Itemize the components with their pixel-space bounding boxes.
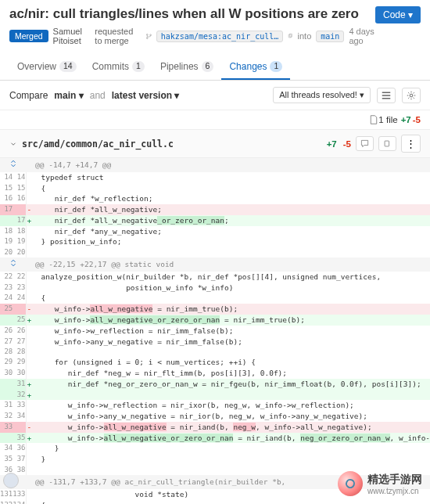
- code-content: w_info->all_w_negative = nir_imm_true(b)…: [32, 304, 430, 315]
- line-num-old: 29: [0, 357, 13, 368]
- diff-line[interactable]: 34 36 }: [0, 443, 430, 454]
- diff-line[interactable]: 20 20: [0, 247, 430, 257]
- diff-sign: +: [26, 379, 32, 390]
- line-num-new: 29: [13, 357, 26, 368]
- code-content: [32, 247, 430, 257]
- diff-line[interactable]: 33 - w_info->all_w_negative = nir_iand(b…: [0, 422, 430, 433]
- diff-line[interactable]: 131 133 void *state): [0, 489, 430, 500]
- copy-path-icon[interactable]: [378, 136, 396, 151]
- total-additions: +7: [401, 115, 411, 124]
- diff-line[interactable]: 30 30 nir_def *neg_w = nir_flt_imm(b, po…: [0, 368, 430, 379]
- compare-label: Compare: [9, 90, 48, 101]
- line-num-new: [13, 422, 26, 433]
- diff-line[interactable]: 19 19 } position_w_info;: [0, 236, 430, 247]
- tab-changes[interactable]: Changes1: [221, 55, 290, 80]
- code-content: nir_def *all_w_negative;: [32, 204, 430, 215]
- svg-point-5: [410, 94, 413, 97]
- diff-line[interactable]: 16 16 nir_def *w_reflection;: [0, 193, 430, 204]
- line-num-old: 17: [0, 204, 13, 215]
- diff-line[interactable]: 25 + w_info->all_w_negative_or_zero_or_n…: [0, 315, 430, 326]
- code-content: w_info->all_w_negative_or_zero_or_nan = …: [32, 315, 430, 326]
- diff-line[interactable]: 36 38: [0, 465, 430, 475]
- code-content: position_w_info *w_info): [32, 283, 430, 293]
- code-content: w_info->w_reflection = nir_ixor(b, neg_w…: [32, 400, 430, 411]
- line-num-new: 36: [13, 443, 26, 454]
- diff-line[interactable]: 31 + nir_def *neg_or_zero_or_nan_w = nir…: [0, 379, 430, 390]
- source-branch[interactable]: hakzsam/mesa:ac_nir_cull…: [156, 31, 284, 42]
- diff-line[interactable]: 31 33 w_info->w_reflection = nir_ixor(b,…: [0, 400, 430, 411]
- line-num-new: 30: [13, 368, 26, 379]
- diff-sign: +: [26, 215, 32, 226]
- code-content: typedef struct: [32, 172, 430, 183]
- diff-line[interactable]: 24 24 {: [0, 293, 430, 304]
- tab-count: 6: [202, 61, 214, 72]
- tab-commits[interactable]: Commits1: [84, 55, 152, 80]
- line-num-old: 15: [0, 183, 13, 194]
- line-num-new: 34: [13, 411, 26, 422]
- settings-icon[interactable]: [402, 88, 421, 103]
- tab-label: Commits: [92, 61, 129, 72]
- merged-badge: Merged: [9, 30, 48, 42]
- line-num-old: [0, 433, 13, 444]
- diff-sign: -: [26, 304, 32, 315]
- author-name[interactable]: Samuel Pitoiset: [53, 27, 91, 45]
- tab-overview[interactable]: Overview14: [9, 55, 84, 80]
- into-text: into: [298, 31, 312, 41]
- diff-sign: [26, 193, 32, 204]
- diff-line[interactable]: 18 18 nir_def *any_w_negative;: [0, 226, 430, 237]
- user-avatar[interactable]: [3, 473, 19, 488]
- chevron-down-icon[interactable]: [9, 140, 17, 148]
- diff-line[interactable]: 17 - nir_def *all_w_negative;: [0, 204, 430, 215]
- diff-line[interactable]: 35 + w_info->all_w_negative_or_zero_or_n…: [0, 433, 430, 444]
- time-ago: 4 days ago: [349, 27, 375, 45]
- code-content: w_info->any_w_negative = nir_ior(b, neg_…: [32, 411, 430, 422]
- copy-icon[interactable]: [288, 32, 292, 40]
- line-num-old: 20: [0, 247, 13, 257]
- comment-icon[interactable]: [356, 136, 374, 151]
- code-content: w_info->all_w_negative_or_zero_or_nan = …: [32, 433, 430, 444]
- compare-base[interactable]: main ▾: [54, 90, 83, 101]
- line-num-old: [0, 215, 13, 226]
- diff-line[interactable]: 23 23 position_w_info *w_info): [0, 283, 430, 293]
- line-num-new: 20: [13, 247, 26, 257]
- diff-sign: [26, 411, 32, 422]
- diff-line[interactable]: 29 29 for (unsigned i = 0; i < num_verti…: [0, 357, 430, 368]
- diff-line[interactable]: 25 - w_info->all_w_negative = nir_imm_tr…: [0, 304, 430, 315]
- code-content: w_info->any_w_negative = nir_imm_false(b…: [32, 337, 430, 347]
- diff-line[interactable]: 132 134 {: [0, 500, 430, 504]
- line-num-new: 17: [13, 215, 26, 226]
- code-content: [32, 390, 430, 401]
- diff-sign: [26, 368, 32, 379]
- expand-icon[interactable]: [0, 257, 26, 272]
- compare-head[interactable]: latest version ▾: [112, 90, 180, 101]
- code-content: nir_def *neg_w = nir_flt_imm(b, pos[i][3…: [32, 368, 430, 379]
- diff-line[interactable]: 26 26 w_info->w_reflection = nir_imm_fal…: [0, 326, 430, 337]
- code-content: }: [32, 443, 430, 454]
- code-button[interactable]: Code ▾: [375, 6, 421, 23]
- branch-icon: [146, 32, 152, 41]
- expand-icon[interactable]: [0, 158, 26, 172]
- tab-pipelines[interactable]: Pipelines6: [152, 55, 222, 80]
- diff-line[interactable]: 14 14 typedef struct: [0, 172, 430, 183]
- svg-rect-3: [382, 95, 391, 96]
- mr-tabs: Overview14Commits1Pipelines6Changes1: [0, 55, 430, 81]
- diff-sign: [26, 454, 32, 465]
- code-content: w_info->all_w_negative = nir_iand(b, neg…: [32, 422, 430, 433]
- diff-line[interactable]: 22 22 analyze_position_w(nir_builder *b,…: [0, 272, 430, 283]
- and-text: and: [90, 90, 106, 101]
- diff-line[interactable]: 17 + nir_def *all_w_negative_or_zero_or_…: [0, 215, 430, 226]
- target-branch[interactable]: main: [316, 31, 344, 42]
- line-num-new: 15: [13, 183, 26, 194]
- diff-line[interactable]: 27 27 w_info->any_w_negative = nir_imm_f…: [0, 337, 430, 347]
- diff-line[interactable]: 28 28: [0, 347, 430, 357]
- file-path[interactable]: src/amd/common/ac_nir_cull.c: [22, 139, 174, 149]
- tree-view-icon[interactable]: [377, 88, 396, 103]
- threads-resolved-button[interactable]: All threads resolved! ▾: [273, 87, 371, 103]
- line-num-old: 33: [0, 422, 13, 433]
- diff-line[interactable]: 15 15 {: [0, 183, 430, 194]
- diff-line[interactable]: 32 34 w_info->any_w_negative = nir_ior(b…: [0, 411, 430, 422]
- more-icon[interactable]: ⋮: [401, 135, 421, 153]
- diff-line[interactable]: 32 +: [0, 390, 430, 401]
- diff-sign: [26, 293, 32, 304]
- diff-line[interactable]: 35 37 }: [0, 454, 430, 465]
